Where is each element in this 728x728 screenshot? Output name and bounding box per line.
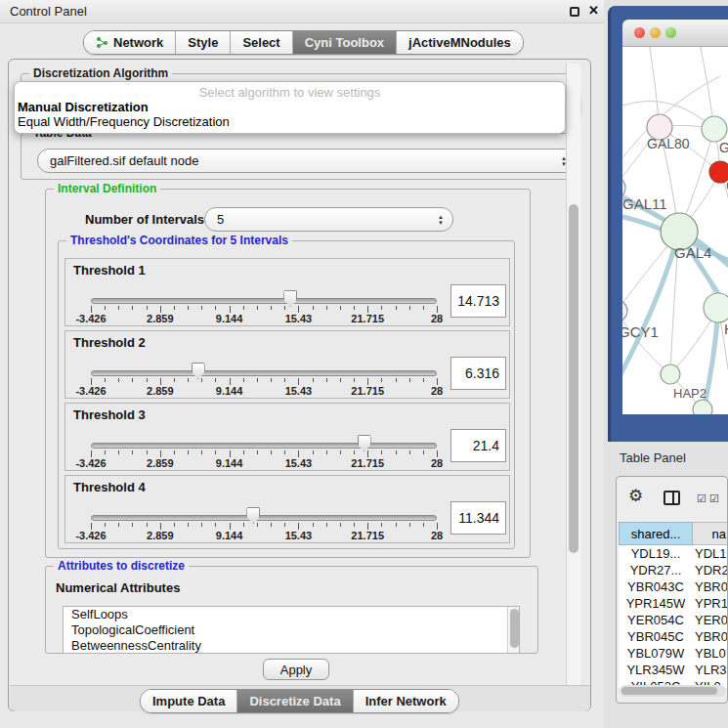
algorithm-option[interactable]: Equal Width/Frequency Discretization: [15, 114, 565, 129]
minimize-traffic-light-icon[interactable]: [650, 27, 661, 38]
num-intervals-combo[interactable]: 5 ▲▼: [204, 207, 453, 232]
numerical-attributes-list[interactable]: SelfLoopsTopologicalCoefficientBetweenne…: [63, 606, 520, 654]
tab-discretize-data[interactable]: Discretize Data: [237, 690, 353, 712]
slider-thumb[interactable]: [192, 363, 205, 379]
slider-thumb[interactable]: [246, 507, 260, 524]
table-hscrollbar-thumb[interactable]: [621, 687, 717, 695]
tab-select[interactable]: Select: [231, 31, 292, 54]
table-data-combo[interactable]: galFiltered.sif default node ▲▼: [37, 149, 577, 173]
list-scrollbar-thumb[interactable]: [510, 609, 519, 648]
slider-tick: [423, 378, 424, 382]
list-scrollbar[interactable]: [507, 607, 519, 653]
column-header-name[interactable]: na: [693, 522, 728, 545]
tab-jactivemnodules[interactable]: jActiveMNodules: [397, 31, 523, 54]
table-rows[interactable]: YDL19...YDL1YDR27...YDR2YBR043CYBR0YPR14…: [619, 545, 728, 688]
network-graph: GAL80GACGAL11GAL4GCY1HHAP2: [622, 47, 728, 414]
tick-label: 2.859: [147, 457, 174, 469]
network-node-hap2[interactable]: [661, 364, 680, 384]
slider-thumb[interactable]: [283, 290, 297, 307]
panel-scrollbar[interactable]: [566, 64, 580, 685]
apply-button[interactable]: Apply: [263, 659, 329, 680]
threshold-value-field[interactable]: 14.713: [450, 284, 506, 318]
tab-style[interactable]: Style: [176, 31, 231, 54]
tick-label: 15.43: [285, 457, 313, 469]
checkbox-icon[interactable]: ☑: [709, 492, 719, 505]
threshold-value-field[interactable]: 6.316: [450, 357, 506, 390]
threshold-box: Threshold 3-3.4262.8599.14415.4321.71528…: [64, 403, 510, 471]
network-node-bottom[interactable]: [693, 400, 712, 414]
table-cell[interactable]: YBL0: [693, 645, 728, 662]
algorithm-option[interactable]: Manual Discretization: [15, 100, 565, 114]
tab-infer-network[interactable]: Infer Network: [354, 690, 458, 712]
network-node-top-green[interactable]: [702, 116, 727, 142]
table-cell[interactable]: YBR0: [693, 578, 728, 595]
table-cell[interactable]: YPR1: [693, 595, 728, 612]
table-row[interactable]: YLR345WYLR3: [619, 662, 728, 678]
slider-track[interactable]: [91, 370, 437, 376]
table-row[interactable]: YDL19...YDL1: [619, 545, 728, 562]
tab-network[interactable]: Network: [84, 31, 176, 54]
slider-tick: [298, 523, 299, 530]
table-row[interactable]: YBL079WYBL0: [619, 645, 728, 662]
slider-track[interactable]: [91, 443, 437, 449]
slider-tick: [271, 306, 272, 310]
threshold-value-field[interactable]: 11.344: [450, 501, 506, 535]
table-cell[interactable]: YDR2: [693, 562, 728, 578]
close-icon[interactable]: ✕: [588, 3, 599, 18]
table-cell[interactable]: YBR045C: [619, 628, 693, 645]
attribute-item[interactable]: TopologicalCoefficient: [64, 622, 519, 638]
network-node-label: GAL4: [674, 244, 711, 261]
checkbox-icon[interactable]: ☑: [697, 492, 707, 505]
table-row[interactable]: YDR27...YDR2: [619, 562, 728, 578]
num-intervals-value: 5: [217, 212, 224, 227]
network-node-gcy1[interactable]: [622, 300, 627, 321]
slider-tick: [147, 378, 148, 382]
slider-tick: [215, 306, 216, 310]
column-header-shared[interactable]: shared...: [619, 522, 693, 545]
table-cell[interactable]: YBR043C: [619, 578, 693, 595]
table-cell[interactable]: YPR145W: [619, 595, 693, 612]
slider-tick: [437, 450, 438, 457]
table-row[interactable]: YER054CYER0: [619, 612, 728, 628]
table-cell[interactable]: YER054C: [619, 612, 693, 628]
table-cell[interactable]: YLR3: [693, 662, 728, 678]
network-node-h[interactable]: [704, 293, 728, 322]
slider-tick: [437, 523, 438, 530]
zoom-traffic-light-icon[interactable]: [665, 27, 676, 38]
slider-tick: [326, 523, 327, 527]
slider-tick: [118, 306, 119, 310]
close-traffic-light-icon[interactable]: [634, 27, 645, 38]
network-canvas[interactable]: GAL80GACGAL11GAL4GCY1HHAP2: [622, 47, 728, 414]
slider-tick: [230, 378, 231, 385]
tab-cyni-toolbox[interactable]: Cyni Toolbox: [293, 31, 397, 54]
attribute-item[interactable]: BetweennessCentrality: [64, 638, 519, 654]
attribute-item[interactable]: SelfLoops: [64, 607, 519, 622]
table-cell[interactable]: YDL19...: [619, 545, 693, 562]
table-row[interactable]: YBR045CYBR0: [619, 628, 728, 645]
slider-track[interactable]: [91, 298, 437, 304]
threshold-value-field[interactable]: 21.4: [450, 429, 506, 462]
table-cell[interactable]: YER0: [693, 612, 728, 628]
float-window-icon[interactable]: [570, 7, 579, 17]
slider-thumb[interactable]: [358, 435, 371, 451]
slider-tick: [381, 378, 382, 382]
slider-track[interactable]: [91, 515, 437, 521]
table-cell[interactable]: YBR0: [693, 628, 728, 645]
tab-impute-data[interactable]: Impute Data: [141, 690, 237, 712]
table-cell[interactable]: YBL079W: [619, 645, 693, 662]
table-cell[interactable]: YDL1: [693, 545, 728, 562]
table-hscrollbar[interactable]: [620, 685, 726, 697]
gear-icon[interactable]: ⚙: [628, 486, 643, 506]
control-panel-window: Control Panel ✕ NetworkStyleSelectCyni T…: [0, 0, 604, 728]
panel-scrollbar-thumb[interactable]: [569, 204, 578, 553]
table-panel-window: ⚙ ☑ ☑ shared... na YDL19...YDL1YDR27...Y…: [616, 476, 728, 704]
slider-tick: [160, 306, 161, 313]
attributes-group: Attributes to discretize Numerical Attri…: [45, 566, 538, 654]
table-cell[interactable]: YDR27...: [619, 562, 693, 578]
table-cell[interactable]: YLR345W: [619, 662, 693, 678]
slider-tick: [105, 450, 106, 454]
table-row[interactable]: YPR145WYPR1: [619, 595, 728, 612]
column-layout-icon[interactable]: [664, 491, 680, 505]
network-window-titlebar[interactable]: [622, 20, 728, 47]
table-row[interactable]: YBR043CYBR0: [619, 578, 728, 595]
